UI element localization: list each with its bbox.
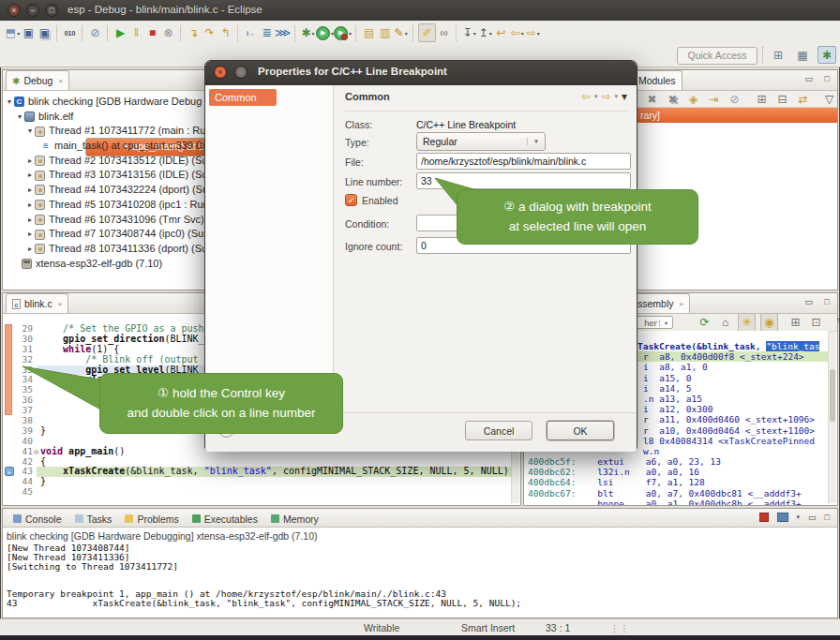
previous-annotation-button[interactable]: ↥▾	[477, 24, 493, 41]
forward-button[interactable]: ⇨▾	[525, 24, 541, 41]
search-pencil-button[interactable]: ✎▾	[393, 24, 409, 41]
close-icon[interactable]: ×	[58, 300, 63, 308]
maximize-button[interactable]: □	[45, 4, 58, 17]
view-menu-icon[interactable]: ▽	[833, 314, 840, 331]
disconnect-button[interactable]: ⊗	[160, 24, 176, 41]
quick-access-box[interactable]: Quick Access	[677, 47, 758, 65]
file-field[interactable]	[416, 153, 631, 170]
tab-tasks[interactable]: Tasks	[68, 510, 119, 528]
skip-all-breakpoints-icon[interactable]: ⊘	[727, 91, 742, 108]
open-perspective-button[interactable]: ⊞	[769, 46, 788, 64]
step-into-button[interactable]: ↴	[186, 24, 202, 41]
chevron-down-icon[interactable]: ▾	[473, 30, 476, 37]
track-expression-icon[interactable]: ◉	[760, 313, 778, 332]
type-select[interactable]: Regular ▾	[416, 132, 546, 151]
run-button[interactable]: ▶▾	[316, 24, 334, 41]
chevron-down-icon[interactable]: ▾	[17, 30, 20, 37]
forward-menu-icon[interactable]: ▾	[614, 93, 618, 100]
console-output[interactable]: blink checking [GDB Hardware Debugging] …	[3, 528, 837, 618]
close-icon[interactable]: ×	[58, 77, 63, 85]
tab-memory[interactable]: Memory	[264, 510, 325, 528]
chevron-collapsed-icon[interactable]: ▸	[25, 183, 35, 198]
close-icon[interactable]: ×	[680, 300, 684, 308]
show-breakpoints-icon[interactable]: ◈	[685, 91, 701, 108]
sidebar-item-common[interactable]: Common	[209, 89, 277, 106]
remove-all-icon[interactable]: ✖	[665, 91, 681, 108]
chevron-down-icon[interactable]: ▾	[312, 30, 315, 37]
dialog-close-button[interactable]: ×	[214, 66, 227, 79]
fold-minus-icon[interactable]: ⊖	[34, 447, 38, 457]
link-with-debug-icon[interactable]: ⇄	[795, 91, 811, 108]
display-console-icon[interactable]	[777, 513, 788, 522]
skip-breakpoints-button[interactable]: ⊘	[87, 24, 103, 41]
new-wizard-button[interactable]: ⬒▾	[5, 24, 21, 41]
forward-icon[interactable]: ⇨	[601, 90, 610, 103]
chevron-down-icon[interactable]: ▾	[489, 30, 492, 37]
highlighter-button[interactable]: ✐	[418, 23, 436, 42]
chevron-down-icon[interactable]: ▾	[349, 30, 352, 37]
chevron-down-icon[interactable]: ▾	[405, 30, 408, 37]
disassembly-scrollbar[interactable]	[828, 332, 836, 503]
open-new-view-icon[interactable]: ⊞	[788, 314, 803, 331]
save-all-button[interactable]: ▣	[37, 24, 52, 41]
goto-file-icon[interactable]: ⇥	[706, 91, 722, 108]
chevron-expanded-icon[interactable]: ▾	[15, 110, 24, 125]
open-type-button[interactable]: ▤	[361, 24, 377, 41]
chevron-down-icon[interactable]: ▾	[521, 30, 524, 37]
resume-button[interactable]: ▶	[112, 24, 128, 41]
next-annotation-button[interactable]: ↧▾	[461, 24, 477, 41]
line-number[interactable]: 41	[10, 447, 33, 457]
step-return-button[interactable]: ↰	[218, 24, 233, 41]
back-icon[interactable]: ⇦	[581, 90, 591, 103]
step-over-button[interactable]: ↷	[202, 24, 218, 41]
terminate-console-icon[interactable]	[759, 513, 769, 522]
tab-executables[interactable]: Executables	[186, 510, 264, 528]
gears-button[interactable]: ∞	[436, 24, 452, 41]
line-number[interactable]: 45	[10, 487, 33, 498]
chevron-down-icon[interactable]: ▾	[659, 320, 672, 326]
chevron-down-icon[interactable]: ▾	[797, 513, 801, 521]
tab-problems[interactable]: Problems	[118, 510, 185, 528]
last-edit-location-button[interactable]: ↩	[493, 24, 509, 41]
ok-button[interactable]: OK	[547, 421, 614, 440]
view-menu-icon[interactable]: ▾	[622, 90, 627, 103]
suspend-button[interactable]: ‖	[128, 24, 144, 41]
save-button[interactable]: ▣	[21, 24, 37, 41]
pin-view-icon[interactable]: ⊡	[808, 314, 824, 331]
line-number[interactable]: 32	[10, 355, 33, 365]
binary-file-button[interactable]: 010	[62, 24, 78, 41]
home-icon[interactable]: ⌂	[717, 314, 733, 331]
cpp-perspective-button[interactable]: ▦	[793, 46, 812, 64]
chevron-collapsed-icon[interactable]: ▸	[25, 213, 35, 228]
collapse-all-icon[interactable]: ⊟	[774, 91, 790, 108]
trace-control-button[interactable]: ⋙	[275, 24, 291, 41]
tab-blink-c[interactable]: c blink.c ×	[6, 293, 68, 313]
chevron-collapsed-icon[interactable]: ▸	[25, 227, 35, 242]
debug-button[interactable]: ✱▾	[300, 24, 316, 41]
tab-debug[interactable]: ✱ Debug ×	[6, 70, 69, 90]
tab-console[interactable]: Console	[7, 510, 68, 528]
chevron-expanded-icon[interactable]: ▾	[5, 95, 14, 110]
enabled-checkbox[interactable]: ✓	[345, 194, 357, 206]
maximize-icon[interactable]: □	[825, 74, 830, 83]
debug-perspective-button[interactable]: ✱	[818, 46, 836, 64]
chevron-collapsed-icon[interactable]: ▸	[25, 198, 35, 213]
refresh-icon[interactable]: ⟳	[697, 314, 712, 331]
terminate-button[interactable]: ■	[144, 24, 160, 41]
minimize-icon[interactable]: ▭	[808, 513, 817, 522]
remove-icon[interactable]: ✖	[644, 91, 660, 108]
chevron-collapsed-icon[interactable]: ▸	[25, 242, 35, 257]
minimize-icon[interactable]: ▭	[804, 297, 813, 306]
minimize-icon[interactable]: ▭	[804, 74, 813, 83]
chevron-collapsed-icon[interactable]: ▸	[25, 154, 35, 169]
maximize-icon[interactable]: □	[825, 297, 830, 306]
sync-context-icon[interactable]: ✳	[738, 313, 756, 332]
open-resource-button[interactable]: ▥	[377, 24, 393, 41]
line-number-field[interactable]	[416, 172, 631, 189]
instruction-stepping-button[interactable]: i→	[243, 24, 259, 41]
back-button[interactable]: ⇦▾	[509, 24, 525, 41]
expand-all-icon[interactable]: ⊞	[754, 91, 770, 108]
maximize-icon[interactable]: □	[825, 513, 830, 522]
profile-button[interactable]: ▶▾	[334, 24, 352, 41]
chevron-expanded-icon[interactable]: ▾	[25, 124, 35, 139]
